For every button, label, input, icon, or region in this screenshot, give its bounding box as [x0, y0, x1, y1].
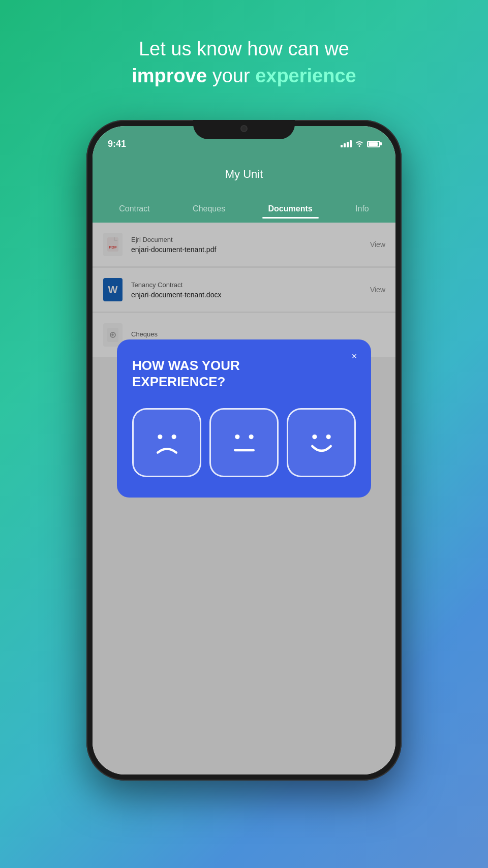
svg-point-10: [326, 435, 330, 439]
sad-face-button[interactable]: [132, 408, 201, 477]
tab-bar: Contract Cheques Documents Info: [93, 195, 395, 223]
header-line2: improve your experience: [132, 63, 356, 89]
happy-face-icon: [298, 419, 345, 466]
tab-documents[interactable]: Documents: [262, 200, 319, 218]
modal-title: HOW WAS YOUR EXPERIENCE?: [132, 358, 356, 389]
battery-fill: [369, 142, 378, 146]
phone-notch: [193, 120, 295, 139]
header-line1: Let us know how can we: [132, 36, 356, 63]
rating-modal: × HOW WAS YOUR EXPERIENCE?: [117, 339, 371, 497]
modal-title-line1: HOW WAS YOUR: [132, 358, 356, 374]
status-time: 9:41: [108, 139, 126, 149]
neutral-face-button[interactable]: [209, 408, 279, 477]
neutral-face-icon: [221, 419, 267, 466]
tab-contract[interactable]: Contract: [113, 200, 156, 218]
header-teal-word: experience: [255, 65, 356, 86]
sad-face-icon: [144, 419, 190, 466]
header-bold-word: improve: [132, 65, 207, 86]
tab-cheques[interactable]: Cheques: [187, 200, 231, 218]
modal-close-button[interactable]: ×: [347, 349, 362, 364]
modal-overlay: × HOW WAS YOUR EXPERIENCE?: [93, 223, 395, 774]
app-header: My Unit: [93, 154, 395, 195]
header-normal-word: your: [212, 65, 255, 86]
svg-point-4: [158, 435, 162, 439]
status-icons: [341, 140, 380, 148]
emoji-row: [132, 408, 356, 477]
header-section: Let us know how can we improve your expe…: [132, 36, 356, 89]
happy-face-button[interactable]: [287, 408, 356, 477]
svg-point-9: [312, 435, 317, 439]
app-title: My Unit: [225, 168, 263, 181]
modal-title-line2: EXPERIENCE?: [132, 374, 356, 390]
tab-info[interactable]: Info: [349, 200, 375, 218]
svg-point-6: [235, 435, 239, 439]
phone-frame: 9:41 My Unit: [86, 120, 402, 781]
phone-camera: [240, 125, 248, 132]
svg-point-5: [171, 435, 176, 439]
battery-icon: [367, 141, 380, 147]
phone-screen: 9:41 My Unit: [93, 126, 395, 774]
app-content: PDF Ejri Document enjari-document-tenant…: [93, 223, 395, 774]
signal-icon: [341, 140, 352, 147]
wifi-icon: [355, 140, 364, 148]
svg-point-7: [249, 435, 253, 439]
